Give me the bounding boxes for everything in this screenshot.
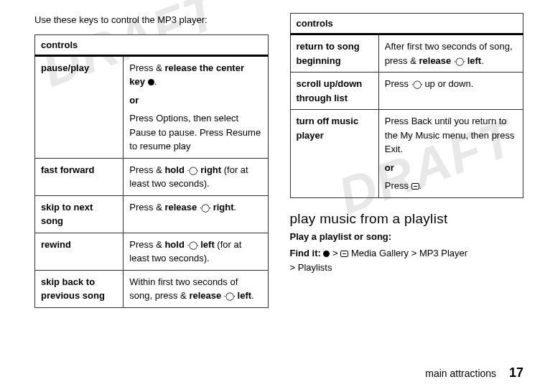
text: Press [385,180,411,191]
separator: > [290,262,296,273]
or-text: or [129,93,261,108]
controls-table-left: controls pause/play Press & release the … [34,34,269,308]
table-header: controls [290,14,523,34]
row-label: pause/play [35,55,124,158]
ui-label: Resume [226,127,261,138]
row-label: return to song beginning [290,34,378,73]
text: menu, then press [439,130,514,141]
row-label: skip back to previous song [35,270,124,307]
nav-key-icon: ·◯· [200,202,210,214]
nav-key-icon: ·◯· [224,290,235,302]
table-row: scroll up/down through list Press ·◯· up… [290,73,523,110]
end-key-icon [411,183,419,190]
text: Within first two seconds of song, press … [129,276,238,302]
text: Press & [129,239,164,250]
bold-text: release [164,202,197,213]
section-heading: play music from a playlist [290,211,524,227]
text: to pause. Press [156,127,226,138]
page-number: 17 [509,365,523,380]
text: Press [129,113,156,123]
menu-item: MP3 Player [419,248,467,258]
bold-text: left [238,290,252,301]
table-row: return to song beginning After first two… [290,34,523,73]
table-header: controls [35,34,269,55]
bold-text: right [213,202,234,213]
table-row: skip back to previous song Within first … [35,270,269,307]
text: Press [385,78,411,89]
row-desc: Press & hold ·◯· left (for at least two … [124,233,268,270]
text: Press & [129,164,164,175]
row-desc: Press & release ·◯· right. [124,195,268,233]
bold-text: hold [164,239,184,250]
table-row: rewind Press & hold ·◯· left (for at lea… [35,233,269,270]
nav-key-icon: ·◯· [187,164,197,177]
page-footer: main attractions 17 [425,365,523,381]
text: . [234,202,237,213]
table-row: skip to next song Press & release ·◯· ri… [35,195,269,233]
row-label: fast forward [35,158,124,195]
row-label: turn off music player [290,110,378,198]
text: . [251,290,254,301]
footer-section-label: main attractions [425,368,496,379]
nav-key-icon: ·◯· [454,55,465,67]
menu-key-icon [340,251,348,257]
text: . [419,180,422,191]
bold-text: left [467,55,482,66]
ui-label: Options [156,113,188,123]
row-desc: Press & release the center key . or Pres… [124,55,268,158]
ui-label: Back [411,116,432,126]
text: to resume play [129,141,190,151]
findit-path: Find it: > Media Gallery > MP3 Player > … [290,246,524,276]
table-row: pause/play Press & release the center ke… [35,55,269,158]
nav-key-icon: ·◯· [187,239,197,251]
row-label: scroll up/down through list [290,73,378,110]
text: Press & [129,202,164,213]
table-row: turn off music player Press Back until y… [290,110,523,198]
bold-text: hold [164,164,184,175]
separator: > [411,248,417,258]
row-desc: After first two seconds of song, press &… [378,34,523,73]
text: Press [385,116,411,126]
bold-text: right [200,164,221,175]
center-key-icon [323,251,330,257]
text: up or down. [422,78,474,89]
sub-heading: Play a playlist or song: [290,231,524,242]
text: . [400,144,403,154]
text: . [154,76,157,87]
row-desc: Press Back until you return to the My Mu… [378,110,523,198]
row-label: skip to next song [35,195,124,233]
row-desc: Press ·◯· up or down. [378,73,523,110]
row-label: rewind [35,233,124,270]
text: , then select [188,113,238,123]
table-row: fast forward Press & hold ·◯· right (for… [35,158,269,195]
bold-text: release [419,55,451,66]
intro-text: Use these keys to control the MP3 player… [34,13,269,27]
row-desc: Within first two seconds of song, press … [124,270,268,307]
controls-table-right: controls return to song beginning After … [290,13,524,198]
center-key-icon [148,79,154,85]
text: . [481,55,484,66]
menu-item: Media Gallery [351,248,409,258]
text: Press & [129,62,164,73]
findit-label: Find it: [290,248,321,258]
bold-text: left [200,239,215,250]
content-columns: Use these keys to control the MP3 player… [34,13,523,308]
row-desc: Press & hold ·◯· right (for at least two… [124,158,268,195]
ui-label: Pause [129,127,156,138]
menu-item: Playlists [298,262,332,273]
left-column: Use these keys to control the MP3 player… [34,13,269,308]
right-column: controls return to song beginning After … [290,13,524,308]
ui-label: My Music [400,130,439,141]
nav-key-icon: ·◯· [411,78,422,90]
or-text: or [385,161,517,175]
bold-text: release [189,290,221,301]
separator: > [332,248,338,258]
ui-label: Exit [385,144,401,154]
